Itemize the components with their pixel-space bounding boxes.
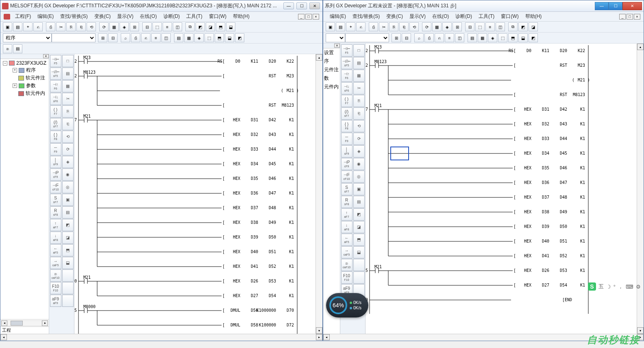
rtb2-btn-3[interactable]: ⎙ — [424, 33, 434, 42]
pal-icon-6[interactable]: ⟲ — [353, 120, 365, 132]
ime-settings-icon[interactable]: ⚙ — [636, 284, 641, 290]
ltb1-btn-20[interactable]: ⬒ — [216, 22, 225, 31]
pal-sym-caF10[interactable]: ⎄caF10 — [50, 269, 61, 282]
rtb2-btn-7[interactable]: ▤ — [468, 33, 477, 42]
mdi-close[interactable]: × — [313, 14, 319, 20]
pal-sym-sF6[interactable]: ⊣↓sF6 — [50, 93, 61, 105]
pal-icon-16[interactable]: ⬓ — [62, 257, 74, 269]
ime-keyboard-icon[interactable]: ⌨ — [626, 284, 633, 290]
rtb1-btn-1[interactable]: ▤ — [336, 22, 345, 31]
rtb2-btn-1[interactable]: ⊟ — [402, 33, 411, 42]
minimize-button[interactable]: — — [595, 2, 609, 10]
pal-sym-F10[interactable]: F10F10 — [50, 282, 61, 294]
ltb1-btn-3[interactable]: ⎌ — [33, 22, 43, 31]
ltb1-btn-6[interactable]: ⎘ — [66, 22, 76, 31]
vscroll-down[interactable]: ▾ — [637, 327, 644, 334]
pal-sym-sF9[interactable]: │sF9 — [50, 156, 61, 168]
ime-dot-icon[interactable]: ° — [614, 284, 616, 290]
pal-sym-aF9[interactable]: aF9aF9 — [50, 295, 61, 307]
pal-icon-19[interactable] — [62, 295, 74, 307]
pal-sym-cF9[interactable]: ⊣PcF9 — [50, 169, 61, 181]
pal-sym-aF8[interactable]: ↓aF8 — [341, 221, 352, 233]
object-type-dropdown[interactable] — [326, 33, 345, 42]
tree-toggle[interactable]: + — [13, 68, 17, 72]
pal-sym-F7[interactable]: ( )F7 — [341, 95, 352, 107]
sidebar-close-icon[interactable]: × — [334, 44, 340, 48]
mdi-max[interactable]: □ — [305, 14, 312, 20]
menu-find[interactable]: 查找/替换(S) — [349, 12, 383, 21]
pal-icon-15[interactable]: ⬒ — [353, 234, 365, 246]
pal-sym-sF7[interactable]: (/)sF7 — [341, 107, 352, 120]
maximize-button[interactable]: ☐ — [609, 2, 622, 10]
vscroll-track[interactable] — [316, 61, 322, 327]
menu-diagnose[interactable]: 诊断(D) — [160, 12, 183, 21]
pal-icon-4[interactable]: ⎘ — [62, 105, 74, 118]
rtb2-btn-4[interactable]: ⎌ — [435, 33, 444, 42]
pal-sym-sF7[interactable]: (/)sF7 — [50, 118, 61, 130]
ltb1-btn-14[interactable]: ⬚ — [152, 22, 162, 31]
rtb1-btn-11[interactable]: ◈ — [442, 22, 452, 31]
pal-sym-F8[interactable]: { }F8 — [50, 131, 61, 143]
pal-sym-sF6[interactable]: ⊣↓sF6 — [341, 82, 352, 94]
ltb2-btn-9[interactable]: ◈ — [194, 33, 204, 42]
rtb1-btn-2[interactable]: ⌖ — [346, 22, 355, 31]
tree-item[interactable]: 序 — [323, 57, 340, 66]
ltb2-btn-2[interactable]: ⌕ — [121, 33, 130, 42]
ltb2-btn-6[interactable]: ◫ — [161, 33, 171, 42]
ime-moon-icon[interactable]: ☽ — [606, 284, 611, 290]
pal-icon-6[interactable]: ⟲ — [62, 131, 74, 143]
ltb2-btn-3[interactable]: ⎙ — [131, 33, 140, 42]
ime-mode[interactable]: 五 — [598, 283, 604, 290]
tree-item[interactable]: 设置 — [323, 48, 340, 57]
vscroll-down[interactable]: ▾ — [316, 327, 322, 334]
tree-item-devcmt[interactable]: 软元件注 — [26, 74, 45, 81]
pal-sym-F6[interactable]: ⊣↑F6 — [341, 70, 352, 82]
tree-toggle-root[interactable]: − — [3, 61, 7, 66]
ltb1-btn-19[interactable]: ◪ — [206, 22, 215, 31]
rtb1-btn-6[interactable]: ⎘ — [389, 22, 398, 31]
pal-icon-3[interactable]: ✂ — [353, 82, 365, 94]
pal-sym-F5[interactable]: ⊣⊢F5 — [341, 44, 352, 57]
pal-icon-10[interactable]: ◎ — [353, 171, 365, 183]
rtb1-btn-0[interactable]: ▣ — [326, 22, 335, 31]
pal-icon-13[interactable]: ◩ — [62, 219, 74, 231]
ltb1-btn-17[interactable]: ⧉ — [185, 22, 195, 31]
pal-sym-aF5[interactable]: ←aF5 — [341, 234, 352, 246]
rtb1-btn-17[interactable]: ⧉ — [508, 22, 518, 31]
rtb2-btn-9[interactable]: ◈ — [488, 33, 497, 42]
menu-view[interactable]: 显示(V) — [114, 12, 137, 21]
ltb1-btn-18[interactable]: ◩ — [196, 22, 205, 31]
pal-icon-4[interactable]: ⎘ — [353, 95, 365, 107]
ime-punct-icon[interactable]: ， — [618, 283, 623, 290]
menu-edit[interactable]: 编辑(E) — [326, 12, 349, 21]
left-titlebar[interactable]: MELSOFT系列 GX Developer F:\CTTI\TTIC2\FX3… — [0, 0, 322, 12]
tree-item[interactable]: 元件内 — [323, 83, 340, 91]
mdi-max[interactable]: □ — [627, 14, 633, 20]
menu-online[interactable]: 在线(O) — [429, 12, 452, 21]
pal-sym-cF10[interactable]: ⊣FcF10 — [50, 181, 61, 193]
pal-icon-17[interactable] — [62, 269, 74, 282]
hscroll-right[interactable]: ▸ — [316, 334, 322, 340]
pal-icon-8[interactable]: ◈ — [62, 156, 74, 168]
object-name-dropdown[interactable] — [345, 33, 389, 42]
pal-icon-8[interactable]: ◈ — [353, 145, 365, 158]
rtb1-btn-3[interactable]: ⎌ — [356, 22, 366, 31]
ltb2-btn-10[interactable]: ⬚ — [205, 33, 214, 42]
rtb1-btn-14[interactable]: ⬚ — [475, 22, 485, 31]
left-ladder-editor[interactable]: 22M23[RSD0K11D20K2232M8123[RSTM23(M21)[R… — [74, 54, 315, 334]
ltb1-btn-21[interactable]: ⬓ — [226, 22, 235, 31]
pal-sym-F7[interactable]: ( )F7 — [50, 105, 61, 118]
rtb2-btn-0[interactable]: ⊞ — [392, 33, 401, 42]
tree-root[interactable]: 2323FX3UGZ — [16, 60, 46, 66]
rtb1-btn-9[interactable]: ⟳ — [422, 22, 431, 31]
menu-project[interactable]: 工程(F) — [12, 12, 34, 21]
menu-window[interactable]: 窗口(W) — [498, 12, 522, 21]
pal-icon-1[interactable]: ▤ — [353, 57, 365, 69]
tree-item-param[interactable]: 参数 — [26, 82, 36, 89]
pal-icon-5[interactable]: ⎗ — [62, 118, 74, 130]
rtb1-btn-10[interactable]: ▦ — [432, 22, 442, 31]
rtb2-btn-5[interactable]: ≡ — [445, 33, 454, 42]
pal-icon-12[interactable]: ▤ — [62, 206, 74, 219]
rtb2-btn-11[interactable]: ⬒ — [508, 33, 518, 42]
pal-sym-sF7[interactable]: SsF7 — [341, 183, 352, 195]
